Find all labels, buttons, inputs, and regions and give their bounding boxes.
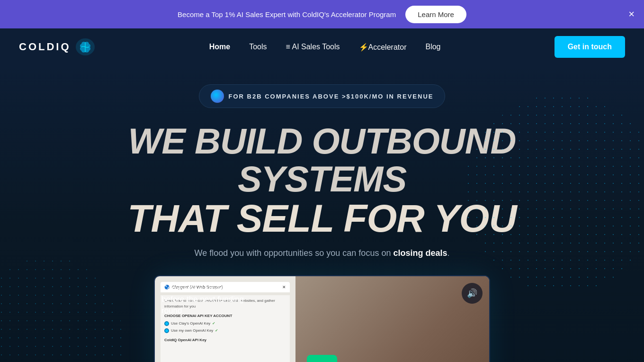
logo-text: COLDIQ <box>19 41 71 53</box>
nav-link-blog[interactable]: Blog <box>425 43 440 51</box>
video-player[interactable]: 🔵 Claygent (AI Web Scraper) ✕ Learn how … <box>155 276 489 362</box>
video-text-overlay: Company is under pressure before the nex… <box>161 283 266 317</box>
nav-link-ai-sales-tools[interactable]: ≡ AI Sales Tools <box>286 43 340 51</box>
hero-badge: FOR B2B COMPANIES ABOVE >$100K/MO IN REV… <box>199 84 446 108</box>
hero-headline: WE BUILD OUTBOUND SYSTEMS THAT SELL FOR … <box>109 122 535 239</box>
get-in-touch-button[interactable]: Get in touch <box>555 36 625 58</box>
list-icon: ≡ <box>286 43 292 51</box>
logo-brain-icon <box>75 36 96 57</box>
nav-item-ai-sales-tools[interactable]: ≡ AI Sales Tools <box>286 43 340 51</box>
hero-subtext: We flood you with opportunities so you c… <box>195 248 450 258</box>
badge-text: FOR B2B COMPANIES ABOVE >$100K/MO IN REV… <box>229 93 434 100</box>
logo[interactable]: COLDIQ <box>19 36 96 57</box>
radio-2 <box>164 328 169 333</box>
person-bg <box>295 276 489 362</box>
nav-menu: Home Tools ≡ AI Sales Tools ⚡Accelerator… <box>209 43 441 52</box>
app-close: ✕ <box>282 285 286 290</box>
video-person-area <box>295 276 489 362</box>
promo-banner: Become a Top 1% AI Sales Expert with Col… <box>0 0 644 28</box>
headline-line1: WE BUILD OUTBOUND SYSTEMS <box>109 122 535 198</box>
nav-item-blog[interactable]: Blog <box>425 43 440 51</box>
badge-icon <box>211 90 224 103</box>
banner-text: Become a Top 1% AI Sales Expert with Col… <box>178 10 396 18</box>
sound-icon: 🔊 <box>467 288 477 299</box>
nav-link-home[interactable]: Home <box>209 43 230 51</box>
video-container[interactable]: 🔵 Claygent (AI Web Scraper) ✕ Learn how … <box>154 275 490 362</box>
hero-section: FOR B2B COMPANIES ABOVE >$100K/MO IN REV… <box>0 65 644 362</box>
headline-line2: THAT SELL FOR YOU <box>109 198 535 239</box>
nav-link-tools[interactable]: Tools <box>249 43 267 51</box>
nav-item-tools[interactable]: Tools <box>249 43 267 51</box>
navbar: COLDIQ Home Tools ≡ AI Sales Tools ⚡Acce… <box>0 28 644 65</box>
lightning-icon: ⚡ <box>359 43 368 51</box>
nav-link-accelerator[interactable]: ⚡Accelerator <box>359 43 407 51</box>
play-button[interactable] <box>307 355 337 362</box>
nav-item-home[interactable]: Home <box>209 43 230 51</box>
radio-1 <box>164 321 169 326</box>
nav-item-accelerator[interactable]: ⚡Accelerator <box>359 43 407 52</box>
banner-close-button[interactable]: × <box>628 9 635 19</box>
learn-more-button[interactable]: Learn More <box>405 6 466 23</box>
sound-button[interactable]: 🔊 <box>462 283 483 304</box>
